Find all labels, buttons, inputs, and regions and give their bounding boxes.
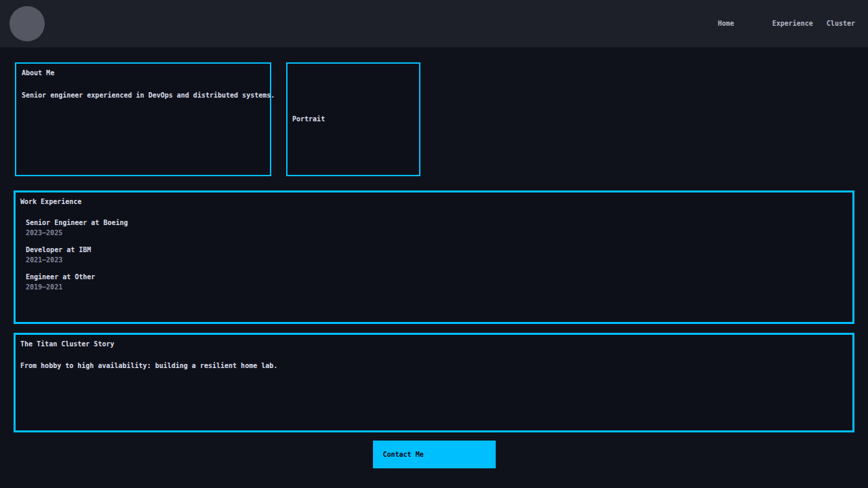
about-body: Senior engineer experienced in DevOps an… (22, 92, 264, 100)
experience-years: 2021–2023 (26, 256, 848, 264)
nav-link-experience[interactable]: Experience (772, 20, 813, 28)
cluster-story-title: The Titan Cluster Story (20, 340, 848, 348)
experience-entry: Senior Engineer at Boeing 2023–2025 (26, 219, 848, 237)
experience-entry: Developer at IBM 2021–2023 (26, 246, 848, 264)
portrait-label: Portrait (292, 115, 325, 123)
nav-links: Home Experience Cluster (718, 20, 855, 28)
work-experience-title: Work Experience (20, 198, 848, 206)
work-experience-list: Senior Engineer at Boeing 2023–2025 Deve… (26, 219, 848, 291)
experience-role: Engineer at Other (26, 273, 848, 281)
main-content: About Me Senior engineer experienced in … (0, 62, 868, 468)
portrait-placeholder: Portrait (286, 62, 420, 176)
cluster-story-body: From hobby to high availability: buildin… (20, 362, 848, 370)
navbar: Home Experience Cluster (0, 0, 868, 47)
top-row: About Me Senior engineer experienced in … (15, 62, 853, 176)
experience-years: 2019–2021 (26, 283, 848, 291)
experience-role: Developer at IBM (26, 246, 848, 254)
contact-button-row: Contact Me (0, 441, 868, 468)
nav-link-home[interactable]: Home (718, 20, 734, 28)
work-experience-section: Work Experience Senior Engineer at Boein… (14, 190, 854, 324)
avatar[interactable] (9, 6, 45, 41)
experience-entry: Engineer at Other 2019–2021 (26, 273, 848, 291)
nav-link-cluster[interactable]: Cluster (827, 20, 855, 28)
cluster-story-section: The Titan Cluster Story From hobby to hi… (14, 333, 854, 432)
about-title: About Me (22, 69, 264, 77)
about-section: About Me Senior engineer experienced in … (15, 62, 271, 176)
experience-role: Senior Engineer at Boeing (26, 219, 848, 227)
contact-button[interactable]: Contact Me (373, 441, 496, 468)
experience-years: 2023–2025 (26, 229, 848, 237)
